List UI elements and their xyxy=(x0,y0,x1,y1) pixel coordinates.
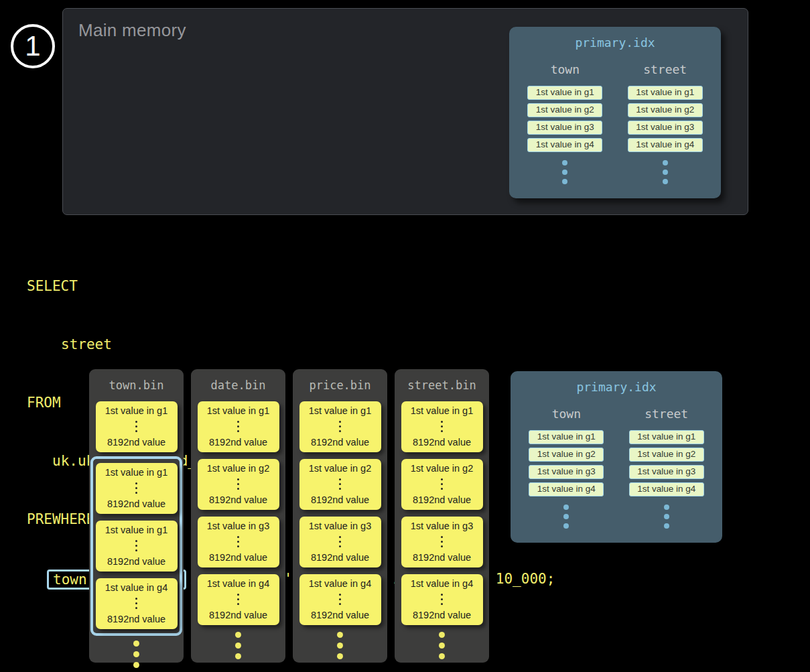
granule-ellipsis-icon xyxy=(441,536,443,547)
idx-entry: 1st value in g2 xyxy=(529,448,604,462)
granule-last-value: 8192nd value xyxy=(107,437,165,448)
granule-first-value: 1st value in g1 xyxy=(207,405,270,416)
more-entries-ellipsis-icon xyxy=(521,160,609,184)
bin-file-title: town.bin xyxy=(89,379,184,392)
primary-idx-columns: town 1st value in g1 1st value in g2 1st… xyxy=(509,62,721,184)
granule-last-value: 8192nd value xyxy=(107,614,165,624)
granule-ellipsis-icon xyxy=(237,478,239,490)
idx-entry: 1st value in g2 xyxy=(629,448,704,462)
granule-block: 1st value in g2 8192nd value xyxy=(198,459,279,510)
idx-entry: 1st value in g3 xyxy=(628,121,703,135)
granule-block: 1st value in g1 8192nd value xyxy=(96,401,178,452)
idx-column-header-street: street xyxy=(622,407,711,421)
granule-ellipsis-icon xyxy=(339,536,341,547)
granule-ellipsis-icon xyxy=(339,478,341,490)
granule-last-value: 8192nd value xyxy=(311,610,369,620)
granule-block: 1st value in g2 8192nd value xyxy=(299,459,381,510)
granule-first-value: 1st value in g4 xyxy=(207,578,270,589)
granule-first-value: 1st value in g4 xyxy=(309,578,372,589)
granule-first-value: 1st value in g1 xyxy=(105,525,168,535)
granule-last-value: 8192nd value xyxy=(311,494,369,505)
bin-file-street: street.bin 1st value in g1 8192nd value … xyxy=(395,369,489,663)
granule-block: 1st value in g2 8192nd value xyxy=(401,459,483,510)
primary-idx-panel-memory: primary.idx town 1st value in g1 1st val… xyxy=(509,27,721,198)
granule-last-value: 8192nd value xyxy=(107,498,165,509)
granule-last-value: 8192nd value xyxy=(107,556,165,567)
granule-block: 1st value in g3 8192nd value xyxy=(401,517,483,567)
idx-entry: 1st value in g4 xyxy=(629,482,704,496)
granule-ellipsis-icon xyxy=(135,482,137,494)
more-entries-ellipsis-icon xyxy=(522,505,610,529)
more-granules-ellipsis-icon xyxy=(191,632,285,659)
bin-file-title: street.bin xyxy=(395,379,489,392)
granule-ellipsis-icon xyxy=(441,421,443,432)
granule-first-value: 1st value in g3 xyxy=(411,521,474,531)
granule-ellipsis-icon xyxy=(339,421,341,432)
primary-idx-columns: town 1st value in g1 1st value in g2 1st… xyxy=(511,407,722,529)
granule-first-value: 1st value in g2 xyxy=(207,463,270,474)
granule-first-value: 1st value in g3 xyxy=(207,521,270,531)
granule-block-selected: 1st value in g4 8192nd value xyxy=(96,578,178,629)
granule-last-value: 8192nd value xyxy=(413,437,471,448)
granule-block: 1st value in g1 8192nd value xyxy=(299,401,381,452)
primary-idx-title: primary.idx xyxy=(509,36,721,50)
more-granules-ellipsis-icon xyxy=(395,632,489,659)
granule-last-value: 8192nd value xyxy=(413,552,471,563)
main-memory-panel: Main memory primary.idx town 1st value i… xyxy=(62,8,748,215)
granule-block: 1st value in g1 8192nd value xyxy=(198,401,279,452)
idx-entry: 1st value in g2 xyxy=(628,103,703,117)
idx-entry: 1st value in g1 xyxy=(527,86,602,100)
granule-ellipsis-icon xyxy=(339,594,341,605)
idx-entry: 1st value in g4 xyxy=(529,482,604,496)
step-number: 1 xyxy=(25,30,40,62)
granule-ellipsis-icon xyxy=(135,540,137,551)
granule-first-value: 1st value in g4 xyxy=(411,578,474,589)
sql-keyword-select: SELECT xyxy=(27,277,555,296)
granule-last-value: 8192nd value xyxy=(311,437,369,448)
granule-last-value: 8192nd value xyxy=(413,610,471,620)
granule-first-value: 1st value in g3 xyxy=(309,521,372,531)
granule-block-selected: 1st value in g1 8192nd value xyxy=(96,463,178,514)
granule-first-value: 1st value in g4 xyxy=(105,582,168,593)
bin-file-title: price.bin xyxy=(293,379,387,392)
granule-last-value: 8192nd value xyxy=(413,494,471,505)
primary-idx-panel-right: primary.idx town 1st value in g1 1st val… xyxy=(511,371,722,543)
granule-first-value: 1st value in g1 xyxy=(411,405,474,416)
granule-block: 1st value in g1 8192nd value xyxy=(401,401,483,452)
idx-entry: 1st value in g2 xyxy=(527,103,602,117)
granule-ellipsis-icon xyxy=(237,421,239,432)
idx-column-street: street 1st value in g1 1st value in g2 1… xyxy=(621,62,710,184)
idx-column-town: town 1st value in g1 1st value in g2 1st… xyxy=(521,62,609,184)
granule-ellipsis-icon xyxy=(237,594,239,605)
granule-first-value: 1st value in g1 xyxy=(105,467,168,478)
bin-file-date: date.bin 1st value in g1 8192nd value 1s… xyxy=(191,369,285,663)
column-files-row: town.bin 1st value in g1 8192nd value 1s… xyxy=(89,369,489,663)
granule-ellipsis-icon xyxy=(135,421,137,432)
idx-entry: 1st value in g3 xyxy=(527,121,602,135)
idx-entry: 1st value in g4 xyxy=(628,138,703,152)
idx-column-town: town 1st value in g1 1st value in g2 1st… xyxy=(522,407,610,529)
granule-ellipsis-icon xyxy=(441,594,443,605)
granule-block: 1st value in g3 8192nd value xyxy=(299,517,381,567)
granule-first-value: 1st value in g1 xyxy=(105,405,168,416)
more-entries-ellipsis-icon xyxy=(622,505,711,529)
granule-ellipsis-icon xyxy=(135,598,137,609)
granule-last-value: 8192nd value xyxy=(209,610,267,620)
idx-entry: 1st value in g1 xyxy=(628,86,703,100)
idx-column-header-town: town xyxy=(521,62,609,76)
granule-block: 1st value in g4 8192nd value xyxy=(401,574,483,625)
idx-entry: 1st value in g3 xyxy=(629,465,704,479)
bin-file-town: town.bin 1st value in g1 8192nd value 1s… xyxy=(89,369,184,663)
granule-block: 1st value in g3 8192nd value xyxy=(198,517,279,567)
idx-entry: 1st value in g4 xyxy=(527,138,602,152)
granule-first-value: 1st value in g1 xyxy=(309,405,372,416)
granule-last-value: 8192nd value xyxy=(209,494,267,505)
bin-file-title: date.bin xyxy=(191,379,285,392)
granule-block: 1st value in g4 8192nd value xyxy=(299,574,381,625)
granule-first-value: 1st value in g2 xyxy=(411,463,474,474)
idx-entry: 1st value in g3 xyxy=(529,465,604,479)
primary-idx-title: primary.idx xyxy=(511,380,722,394)
idx-column-street: street 1st value in g1 1st value in g2 1… xyxy=(622,407,711,529)
more-granules-ellipsis-icon xyxy=(293,632,387,659)
step-1-badge: 1 xyxy=(11,24,55,68)
